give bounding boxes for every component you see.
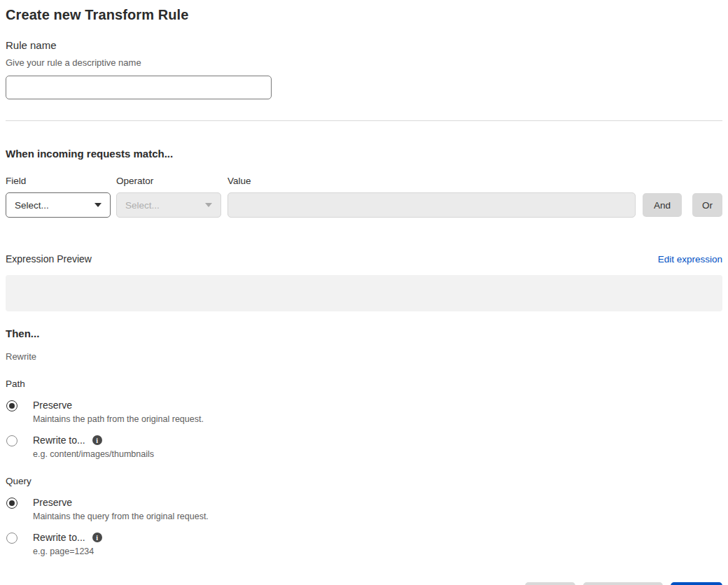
path-rewrite-description: e.g. content/images/thumbnails — [33, 449, 154, 459]
form-footer: Cancel Save as Draft Deploy — [6, 582, 722, 585]
expression-preview-box — [6, 275, 722, 311]
path-preserve-option: Preserve Maintains the path from the ori… — [6, 400, 722, 424]
info-icon[interactable]: i — [92, 533, 102, 542]
edit-expression-link[interactable]: Edit expression — [658, 254, 722, 265]
query-rewrite-radio[interactable] — [6, 533, 18, 544]
path-preserve-radio[interactable] — [6, 400, 18, 411]
create-transform-rule-form: Create new Transform Rule Rule name Give… — [0, 0, 728, 585]
expression-preview-header: Expression Preview Edit expression — [6, 253, 722, 265]
chevron-down-icon — [94, 203, 102, 207]
value-label: Value — [227, 176, 636, 186]
query-rewrite-description: e.g. page=1234 — [33, 547, 102, 556]
rule-name-label: Rule name — [6, 39, 722, 51]
path-rewrite-option: Rewrite to... i e.g. content/images/thum… — [6, 435, 722, 459]
rule-name-help: Give your rule a descriptive name — [6, 57, 722, 68]
or-button[interactable]: Or — [692, 193, 722, 217]
query-rewrite-option: Rewrite to... i e.g. page=1234 — [6, 532, 722, 556]
section-divider — [6, 120, 722, 121]
cancel-button[interactable]: Cancel — [525, 582, 575, 585]
rule-name-input[interactable] — [6, 76, 272, 99]
path-group-label: Path — [6, 379, 722, 389]
path-preserve-label[interactable]: Preserve — [33, 400, 72, 411]
path-rewrite-radio[interactable] — [6, 435, 18, 446]
query-preserve-option: Preserve Maintains the query from the or… — [6, 497, 722, 521]
operator-select: Select... — [116, 192, 221, 218]
chevron-down-icon — [205, 203, 212, 207]
query-group-label: Query — [6, 476, 722, 486]
query-preserve-radio[interactable] — [6, 498, 18, 509]
save-as-draft-button[interactable]: Save as Draft — [583, 582, 663, 585]
path-rewrite-label[interactable]: Rewrite to... — [33, 435, 85, 446]
query-rewrite-label[interactable]: Rewrite to... — [33, 532, 85, 543]
query-preserve-description: Maintains the query from the original re… — [33, 512, 209, 521]
query-preserve-label[interactable]: Preserve — [33, 497, 72, 508]
field-label: Field — [6, 176, 111, 186]
and-button[interactable]: And — [643, 193, 682, 217]
value-input — [227, 192, 636, 218]
field-select-value: Select... — [15, 200, 49, 211]
info-icon[interactable]: i — [92, 435, 102, 445]
match-condition-row: Field Select... Operator Select... Value… — [6, 176, 722, 218]
then-heading: Then... — [6, 327, 722, 339]
deploy-button[interactable]: Deploy — [671, 582, 722, 585]
path-preserve-description: Maintains the path from the original req… — [33, 414, 204, 424]
rewrite-subheading: Rewrite — [6, 351, 722, 362]
operator-select-value: Select... — [125, 200, 160, 211]
operator-label: Operator — [116, 176, 221, 186]
field-select[interactable]: Select... — [6, 192, 111, 218]
match-heading: When incoming requests match... — [6, 148, 722, 160]
expression-preview-label: Expression Preview — [6, 253, 92, 265]
page-title: Create new Transform Rule — [6, 7, 722, 23]
